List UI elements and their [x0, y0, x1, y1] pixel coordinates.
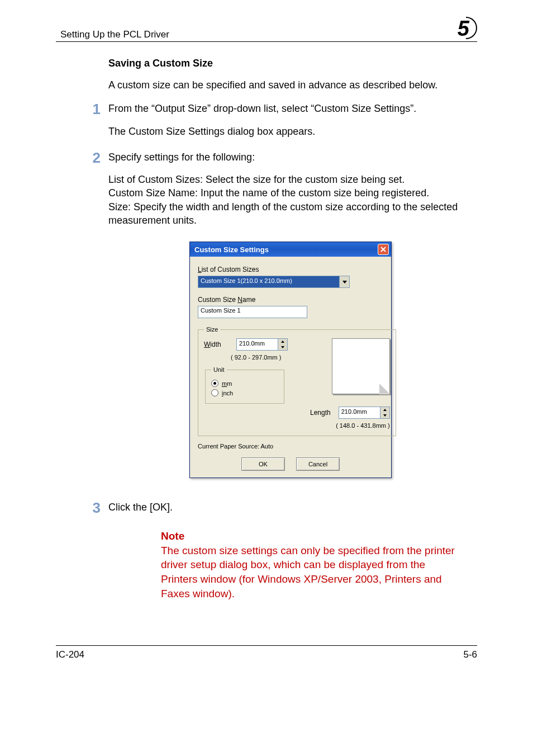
section-intro: A custom size can be specified and saved… [108, 78, 473, 92]
step-1-line-1: From the “Output Size” drop-down list, s… [108, 102, 473, 115]
step-2-line-1: Specify settings for the following: [108, 150, 473, 164]
list-of-custom-sizes-label: List of Custom Sizes [198, 266, 383, 273]
ok-button[interactable]: OK [241, 457, 285, 471]
length-range: ( 148.0 - 431.8mm ) [310, 422, 390, 429]
chapter-ornament-icon [466, 17, 477, 39]
footer-right: 5-6 [463, 649, 477, 660]
note-block: Note The custom size settings can only b… [161, 530, 456, 601]
radio-unselected-icon [211, 389, 218, 396]
section-heading: Saving a Custom Size [108, 58, 473, 69]
step-1: 1 From the “Output Size” drop-down list,… [108, 102, 473, 147]
page-footer: IC-204 5-6 [56, 645, 477, 660]
step-3: 3 Click the [OK]. [108, 500, 473, 523]
width-field[interactable]: 210.0mm [236, 338, 288, 351]
length-spinner[interactable] [380, 407, 389, 418]
section-running-title: Setting Up the PCL Driver [60, 29, 169, 40]
width-value: 210.0mm [237, 339, 278, 350]
step-number: 2 [78, 150, 108, 165]
unit-mm-radio[interactable]: mm [211, 380, 278, 387]
width-spinner[interactable] [278, 339, 287, 350]
list-of-custom-sizes-combo[interactable]: Custom Size 1(210.0 x 210.0mm) [198, 276, 350, 288]
radio-selected-icon [211, 380, 218, 387]
spin-down-icon[interactable] [380, 413, 389, 418]
unit-inch-label: inch [222, 390, 233, 396]
footer-left: IC-204 [56, 649, 84, 660]
length-value: 210.0mm [339, 407, 380, 418]
dialog-titlebar[interactable]: Custom Size Settings [190, 242, 391, 257]
list-of-custom-sizes-value: Custom Size 1(210.0 x 210.0mm) [198, 276, 339, 287]
spin-up-icon[interactable] [380, 407, 389, 413]
note-title: Note [161, 530, 456, 542]
step-2-list-of-sizes: List of Custom Sizes: Select the size fo… [108, 174, 404, 185]
width-range: ( 92.0 - 297.0mm ) [231, 354, 288, 361]
width-label: Width [204, 341, 231, 348]
step-1-line-2: The Custom Size Settings dialog box appe… [108, 125, 473, 138]
step-number: 3 [78, 500, 108, 515]
cancel-button[interactable]: Cancel [296, 457, 340, 471]
spin-up-icon[interactable] [278, 339, 287, 344]
length-label: Length [310, 409, 331, 417]
custom-size-name-field[interactable]: Custom Size 1 [198, 306, 307, 318]
unit-legend: Unit [211, 366, 227, 373]
dialog-title: Custom Size Settings [194, 245, 269, 254]
step-2-custom-size-name: Custom Size Name: Input the name of the … [108, 187, 429, 199]
paper-preview-icon [332, 338, 390, 394]
length-field[interactable]: 210.0mm [339, 407, 390, 419]
unit-group: Unit mm inch [205, 366, 284, 404]
custom-size-settings-dialog: Custom Size Settings List of Custom Size… [189, 242, 392, 478]
chevron-down-icon[interactable] [339, 276, 349, 287]
unit-mm-label: mm [222, 380, 232, 387]
dialog-body: List of Custom Sizes Custom Size 1(210.0… [190, 257, 391, 478]
step-number: 1 [78, 102, 108, 116]
size-group: Size Width 210.0mm [198, 326, 396, 436]
size-legend: Size [204, 326, 220, 333]
page-header: Setting Up the PCL Driver 5 [56, 17, 477, 42]
step-2-size-desc: Size: Specify the width and length of th… [108, 201, 458, 226]
note-text: The custom size settings can only be spe… [161, 544, 456, 601]
current-paper-source: Current Paper Source: Auto [198, 443, 383, 450]
chapter-badge: 5 [458, 17, 477, 40]
unit-inch-radio[interactable]: inch [211, 389, 278, 396]
custom-size-name-label: Custom Size Name [198, 296, 383, 304]
step-3-line-1: Click the [OK]. [108, 500, 473, 514]
close-icon[interactable] [378, 244, 389, 255]
step-2-detail: List of Custom Sizes: Select the size fo… [108, 173, 473, 227]
step-2: 2 Specify settings for the following: Li… [108, 150, 473, 236]
spin-down-icon[interactable] [278, 344, 287, 350]
